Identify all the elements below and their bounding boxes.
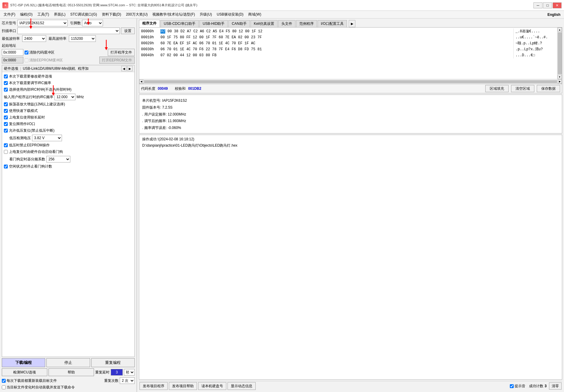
addr1-input[interactable] [2, 49, 23, 56]
menu-item-usb[interactable]: USB驱动安装(D) [214, 11, 246, 18]
hw-opt-0[interactable]: 本次下载需要修改硬件选项 [4, 74, 133, 79]
menu-item-prize[interactable]: 200万大奖(U) [124, 11, 150, 18]
repeat-delay-input[interactable] [111, 369, 123, 376]
settings-button[interactable]: 设置 [121, 28, 135, 34]
hex-scroll-up[interactable]: ▲ [558, 28, 562, 32]
hardware-section: 硬件选项 | USB-Link1D/U8W/U8W-Mini脱机 程序加 ◀ ▶… [2, 65, 135, 357]
right-panel: 程序文件 USB-CDC/串口助手 USB-HID助手 CAN助手 Keil仿真… [137, 19, 564, 392]
clear-eeprom-checkbox[interactable] [25, 58, 28, 62]
maximize-button[interactable]: □ [543, 2, 552, 8]
hex-scroll-right[interactable]: ▶ [558, 80, 562, 84]
status-path: D:\danpianji\practice\01-LED跑马灯\Objects\… [142, 143, 559, 148]
menu-item-english[interactable]: English [545, 12, 563, 17]
menu-item-file[interactable]: 文件(F) [1, 11, 18, 18]
menu-item-download[interactable]: 资料下载(D) [99, 11, 124, 18]
minimize-button[interactable]: ─ [533, 2, 542, 8]
info-chip: 单片机型号: IAP15F2K61S2 [142, 97, 559, 104]
menu-item-ui[interactable]: 界面(L) [51, 11, 68, 18]
tab-prog-file[interactable]: 程序文件 [139, 20, 160, 27]
hw-opt-13[interactable]: 空闲状态时停止看门狗计数 [4, 164, 133, 169]
pin-select[interactable]: Auto [82, 20, 103, 26]
irc-freq-select[interactable]: 12.000 [54, 94, 75, 100]
menu-item-tools[interactable]: 工具(T) [35, 11, 51, 18]
show-anim-button[interactable]: 显示动态信息 [228, 382, 256, 390]
repeat-count-label: 重复次数 [104, 378, 119, 383]
menu-item-stc-debug[interactable]: STC调试接口(G) [68, 11, 99, 18]
menu-item-upgrade[interactable]: 升级(U) [197, 11, 214, 18]
reminder-checkbox[interactable] [510, 384, 514, 388]
repeat-delay-unit-select[interactable]: 秒 [124, 369, 135, 376]
hw-nav-right[interactable]: ▶ [127, 66, 133, 71]
menu-item-program[interactable]: 编程(O) [18, 11, 35, 18]
auto-send-checkbox-label[interactable]: 当目标文件变化时自动装载并发送下载命令 [2, 385, 75, 390]
hex-view: 00000h 02 00 38 D2 A7 C2 A6 C2 A5 E4 F5 … [139, 27, 562, 84]
menu-item-shop[interactable]: 商域(W) [246, 11, 263, 18]
menu-bar: 文件(F) 编程(O) 工具(T) 界面(L) STC调试接口(G) 资料下载(… [0, 11, 564, 19]
max-baud-select[interactable]: 115200 [69, 35, 96, 42]
chip-select[interactable]: IAP15F2K61S2 [17, 20, 68, 26]
help-button[interactable]: 帮助 [48, 368, 94, 376]
hw-nav-left[interactable]: ◀ [121, 66, 127, 71]
reload-checkbox-label[interactable]: 每次下载前都重新装载目标文件 [2, 378, 103, 383]
min-baud-select[interactable]: 2400 [22, 35, 46, 42]
tab-keil[interactable]: Keil仿真设置 [251, 20, 278, 27]
hw-opt-7[interactable]: 复位脚用作I/O口 [4, 121, 133, 127]
reload-checkbox[interactable] [2, 379, 6, 383]
clear-count-button[interactable]: 清零 [549, 382, 562, 390]
clear-code-checkbox-label[interactable]: 清除代码缓冲区 [25, 50, 54, 55]
hw-opt-1[interactable]: 本次下载需要调节IRC频率 [4, 80, 133, 86]
tab-nav-right[interactable]: ▶ [349, 20, 355, 27]
repeat-delay-label: 重复延时 [95, 370, 110, 375]
open-prog-button[interactable]: 打开程序文件 [108, 49, 135, 56]
max-baud-label: 最高波特率 [48, 36, 66, 41]
addr2-input[interactable] [2, 57, 23, 63]
save-data-button[interactable]: 保存数据 [537, 85, 560, 92]
tab-io-config[interactable]: I/O口配置工具 [318, 20, 347, 27]
scan-select[interactable] [17, 28, 120, 34]
title-bar: S STC-ISP (V6.92L) (服务电话/销售电话: 0513-5501… [0, 0, 564, 11]
open-eeprom-button[interactable]: 打开EEPROM文件 [99, 57, 135, 64]
hw-opt-6[interactable]: 上电复位使用较长延时 [4, 115, 133, 120]
download-button[interactable]: 下载/编程 [2, 358, 45, 367]
stop-button[interactable]: 停止 [46, 358, 90, 367]
read-disk-button[interactable]: 读本机硬盘号 [198, 382, 226, 390]
tab-header[interactable]: 头文件 [278, 20, 295, 27]
tab-usb-hid[interactable]: USB-HID助手 [199, 20, 228, 27]
hex-row-2: 00020h 60 7E EA EF 1F AC 06 70 01 1E 4C … [141, 40, 555, 46]
reprogram-button[interactable]: 重复编程 [91, 358, 135, 367]
repeat-count-select[interactable]: 2 次 [120, 377, 135, 384]
info-freq-err: . 频率调节误差: -0.060% [142, 124, 559, 131]
menu-item-video[interactable]: 视频教学/技术论坛/选型(F) [150, 11, 197, 18]
close-button[interactable]: ✕ [553, 2, 562, 8]
info-user-freq: . 用户设定频率: 12.000MHz [142, 111, 559, 118]
hw-opt-10[interactable]: 低压时禁止EEPROM操作 [4, 143, 133, 148]
tab-can[interactable]: CAN助手 [228, 20, 250, 27]
hw-opt-5[interactable]: 使用快速下载模式 [4, 108, 133, 113]
clear-area-button[interactable]: 清空区域 [511, 85, 534, 92]
hw-opt-11[interactable]: 上电复位时由硬件自动启动看门狗 [4, 149, 133, 154]
hw-opt-8[interactable]: 允许低压复位(禁止低压中断) [4, 128, 133, 133]
hex-scroll-left[interactable]: ◀ [139, 80, 143, 84]
reminder-checkbox-label[interactable]: 提示音 [510, 384, 525, 389]
info-firmware: 固件版本号: 7.2.5S [142, 104, 559, 111]
left-panel: 芯片型号 IAP15F2K61S2 引脚数 Auto 扫描串口 [0, 19, 137, 392]
hex-scroll-down[interactable]: ▼ [558, 75, 562, 79]
tabs-row: 程序文件 USB-CDC/串口助手 USB-HID助手 CAN助手 Keil仿真… [139, 20, 562, 27]
detect-mcu-button[interactable]: 检测MCU选项 [2, 368, 47, 376]
watchdog-divisor-select[interactable]: 256 [46, 156, 70, 162]
low-voltage-select[interactable]: 3.82 V [32, 135, 62, 141]
publish-help-button[interactable]: 发布项目帮助 [169, 382, 197, 390]
clear-code-checkbox[interactable] [25, 51, 28, 54]
auto-send-checkbox[interactable] [2, 385, 6, 389]
code-length-label: 代码长度 [141, 86, 155, 91]
start-addr-label: 起始地址 [2, 43, 16, 48]
clear-eeprom-checkbox-label[interactable]: 清除EEPROM缓冲区 [25, 58, 63, 63]
hw-opt-2[interactable]: 选择使用内部IRC时钟(不选为外部时钟) [4, 87, 133, 92]
fill-button[interactable]: 区域填充 [485, 85, 509, 92]
publish-prog-button[interactable]: 发布项目程序 [140, 382, 168, 390]
tab-examples[interactable]: 范例程序 [296, 20, 317, 27]
tab-usb-cdc[interactable]: USB-CDC/串口助手 [160, 20, 199, 27]
checksum-value: 001DB2 [188, 86, 201, 91]
hw-opt-4[interactable]: 振荡器放大增益(12M以上建议选择) [4, 102, 133, 107]
success-count-value: 3 [545, 384, 547, 388]
